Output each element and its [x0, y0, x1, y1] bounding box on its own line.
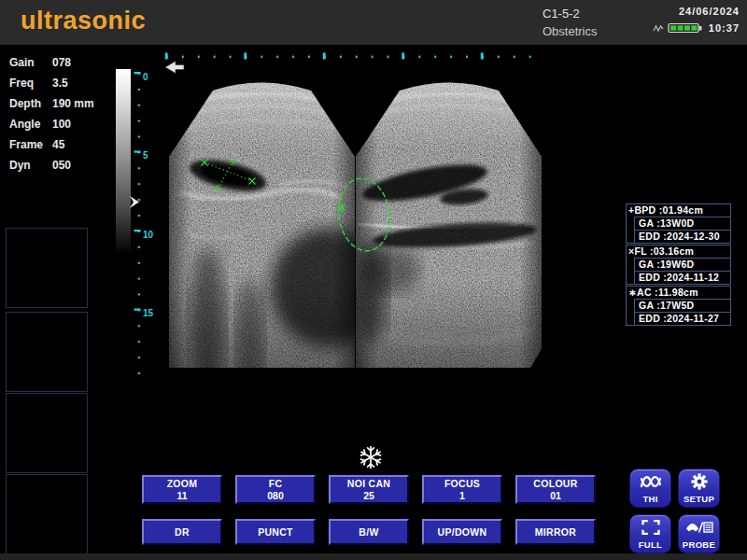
focus-value: 1: [459, 490, 465, 502]
ac-edd-row: EDD :2024-11-27: [634, 312, 730, 325]
date-label: 24/06/2024: [653, 6, 740, 17]
datetime-block: 24/06/2024 10:37: [653, 6, 740, 35]
fc-label: FC: [269, 478, 283, 490]
ultrasound-image-area[interactable]: [166, 73, 543, 370]
setup-label: SETUP: [684, 494, 714, 507]
fullscreen-corners-icon: [630, 515, 670, 539]
dr-label: DR: [175, 526, 190, 539]
punct-label: PUNCT: [258, 526, 293, 539]
thi-label: THI: [642, 494, 657, 507]
param-gain: Gain078: [9, 56, 94, 77]
focus-button[interactable]: FOCUS 1: [422, 475, 502, 504]
updown-label: UP/DOWN: [438, 526, 487, 539]
punct-button[interactable]: PUNCT: [235, 519, 316, 545]
thi-wave-icon: [630, 469, 670, 494]
bpd-measurement-group: +BPD :01.94cm GA :13W0D EDD :2024-12-30: [626, 203, 731, 244]
depth-label-15: 15: [143, 308, 154, 318]
ultrasound-machine-screen: ultrasonic C1-5-2 Obstetrics 24/06/2024: [0, 0, 747, 560]
bw-button[interactable]: B/W: [329, 519, 409, 545]
noise-cancel-button[interactable]: NOI CAN 25: [329, 475, 409, 504]
bpd-ga-row: GA :13W0D: [634, 217, 730, 230]
noise-cancel-value: 25: [363, 490, 374, 502]
param-angle: Angle100: [9, 118, 94, 138]
probe-model: C1-5-2: [543, 5, 598, 22]
colour-button[interactable]: COLOUR 01: [515, 475, 596, 504]
full-screen-button[interactable]: FULL: [629, 514, 671, 553]
battery-icon: [668, 21, 705, 35]
measurement-results-panel: +BPD :01.94cm GA :13W0D EDD :2024-12-30 …: [626, 203, 731, 327]
image-thumbnail-slot-3[interactable]: [6, 393, 88, 473]
power-cord-icon: [653, 22, 664, 34]
bottom-bezel-strip: [0, 553, 747, 560]
probe-label: PROBE: [683, 539, 715, 553]
bpd-edd-row: EDD :2024-12-30: [634, 230, 730, 243]
ac-measurement-group: ∗AC :11.98cm GA :17W5D EDD :2024-11-27: [626, 286, 731, 326]
dr-button[interactable]: DR: [142, 519, 222, 545]
bw-label: B/W: [359, 526, 378, 539]
colour-label: COLOUR: [533, 478, 577, 490]
depth-ruler: 0 5 10 15: [134, 72, 154, 377]
thi-button[interactable]: THI: [629, 469, 671, 508]
noise-cancel-label: NOI CAN: [347, 478, 390, 490]
depth-label-0: 0: [143, 72, 148, 82]
image-thumbnail-slot-4[interactable]: [6, 474, 88, 554]
param-dyn: Dyn050: [9, 159, 94, 179]
image-thumbnail-slot-2[interactable]: [6, 312, 88, 392]
freeze-snowflake-icon: [359, 447, 381, 469]
zoom-value: 11: [176, 490, 187, 502]
depth-label-5: 5: [143, 150, 148, 161]
zoom-label: ZOOM: [167, 478, 198, 490]
ac-value-row: ∗AC :11.98cm: [627, 287, 730, 299]
trackball-cursor-icon: [165, 62, 184, 74]
mirror-label: MIRROR: [535, 526, 576, 539]
focus-marker-icon: [130, 196, 139, 208]
mirror-button[interactable]: MIRROR: [515, 519, 596, 545]
header-bar: ultrasonic C1-5-2 Obstetrics 24/06/2024: [0, 0, 747, 45]
focus-label: FOCUS: [444, 478, 480, 490]
brand-logo: ultrasonic: [21, 7, 146, 35]
param-depth: Depth190 mm: [9, 97, 94, 118]
fl-edd-row: EDD :2024-11-12: [634, 271, 730, 284]
clock-label: 10:37: [709, 22, 740, 34]
fc-value: 080: [267, 490, 284, 502]
updown-button[interactable]: UP/DOWN: [422, 519, 502, 545]
bpd-value-row: +BPD :01.94cm: [627, 204, 730, 217]
exam-info: C1-5-2 Obstetrics: [543, 5, 598, 40]
setup-button[interactable]: SETUP: [678, 469, 720, 508]
gear-icon: [679, 469, 719, 494]
zoom-button[interactable]: ZOOM 11: [142, 475, 222, 504]
fl-value-row: ×FL :03.16cm: [627, 245, 730, 258]
horizontal-ruler: [165, 53, 536, 61]
fl-measurement-group: ×FL :03.16cm GA :19W6D EDD :2024-11-12: [626, 245, 731, 285]
ac-ga-row: GA :17W5D: [634, 299, 730, 312]
full-label: FULL: [639, 539, 662, 553]
exam-mode: Obstetrics: [543, 22, 598, 40]
fc-button[interactable]: FC 080: [235, 475, 316, 504]
probe-and-list-icon: [679, 515, 719, 539]
probe-button[interactable]: PROBE: [678, 514, 720, 553]
depth-label-10: 10: [143, 230, 154, 240]
param-freq: Freq3.5: [9, 77, 94, 97]
acquisition-params: Gain078 Freq3.5 Depth190 mm Angle100 Fra…: [9, 56, 94, 179]
param-frame: Frame45: [9, 138, 94, 159]
image-thumbnail-slot-1[interactable]: [6, 228, 88, 308]
colour-value: 01: [550, 490, 561, 502]
fl-ga-row: GA :19W6D: [634, 258, 730, 271]
grayscale-map-bar: [116, 69, 131, 254]
